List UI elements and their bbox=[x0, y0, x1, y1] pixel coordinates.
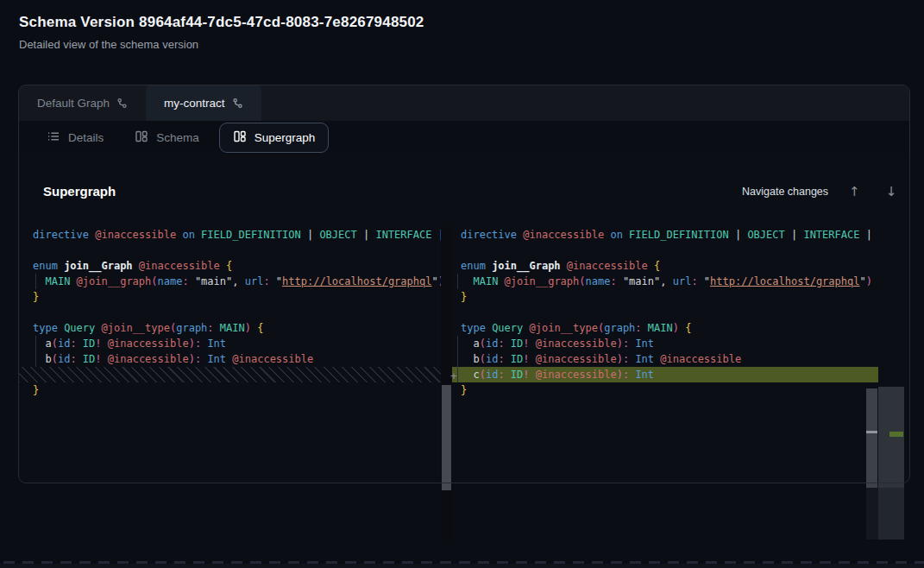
diff-placeholder-line bbox=[18, 367, 448, 382]
diff-editor-right[interactable]: directive @inaccessible on FIELD_DEFINIT… bbox=[452, 227, 878, 398]
navigate-changes-label: Navigate changes bbox=[742, 186, 828, 198]
schema-version-page: Schema Version 8964af44-7dc5-47cd-8083-7… bbox=[0, 0, 924, 568]
code-line: MAIN @join__graph(name: "main", url: "ht… bbox=[18, 274, 448, 289]
navigate-up-button[interactable]: ↑ bbox=[844, 182, 865, 201]
tab-my-contract[interactable]: my-contract bbox=[146, 85, 261, 121]
code-line: } bbox=[452, 289, 878, 305]
list-icon bbox=[47, 129, 60, 146]
subtab-label: Supergraph bbox=[255, 131, 316, 144]
code-line: b(id: ID! @inaccessible): Int @inaccessi… bbox=[452, 351, 878, 367]
diff-added-marker: + bbox=[450, 369, 457, 384]
code-line: enum join__Graph @inaccessible { bbox=[18, 258, 448, 274]
minimap-code-mark bbox=[866, 431, 877, 433]
code-line: a(id: ID! @inaccessible): Int bbox=[452, 336, 878, 351]
bottom-strip bbox=[0, 564, 924, 568]
tab-label: my-contract bbox=[164, 97, 225, 110]
tab-label: Default Graph bbox=[37, 97, 110, 110]
code-line bbox=[18, 243, 448, 258]
tab-default-graph[interactable]: Default Graph bbox=[19, 85, 146, 121]
subtab-label: Schema bbox=[156, 131, 199, 144]
subtab-label: Details bbox=[68, 131, 104, 144]
minimap-track bbox=[878, 488, 904, 540]
diff-editor-left[interactable]: directive @inaccessible on FIELD_DEFINIT… bbox=[18, 227, 448, 398]
subtab-supergraph[interactable]: Supergraph bbox=[219, 123, 330, 153]
code-line: } bbox=[18, 382, 448, 398]
section-title: Supergraph bbox=[43, 184, 116, 199]
navigate-changes-controls: Navigate changes ↑ ↓ bbox=[742, 182, 902, 201]
code-line bbox=[452, 243, 878, 258]
code-line: type Query @join__type(graph: MAIN) { bbox=[452, 320, 878, 336]
code-line bbox=[18, 305, 448, 320]
code-line: directive @inaccessible on FIELD_DEFINIT… bbox=[452, 227, 878, 243]
graph-tabbar: Default Graph my-contract bbox=[19, 85, 909, 121]
code-line: MAIN @join__graph(name: "main", url: "ht… bbox=[452, 274, 878, 289]
code-line bbox=[452, 305, 878, 320]
subtab-schema[interactable]: Schema bbox=[123, 123, 211, 152]
navigate-down-button[interactable]: ↓ bbox=[881, 182, 902, 201]
bottom-dashed-edge bbox=[3, 561, 924, 564]
code-line: b(id: ID! @inaccessible): Int @inaccessi… bbox=[18, 351, 448, 367]
code-line: } bbox=[452, 382, 878, 398]
panels-icon bbox=[233, 129, 247, 146]
code-line: a(id: ID! @inaccessible): Int bbox=[18, 336, 448, 351]
left-editor-scrollbar[interactable] bbox=[442, 385, 451, 490]
fork-icon bbox=[116, 98, 128, 109]
code-line: } bbox=[18, 289, 448, 305]
code-line: type Query @join__type(graph: MAIN) { bbox=[18, 320, 448, 336]
right-editor-scrollbar[interactable] bbox=[866, 388, 877, 488]
page-subtitle: Detailed view of the schema version bbox=[19, 38, 198, 51]
code-line: enum join__Graph @inaccessible { bbox=[452, 258, 878, 274]
subtab-details[interactable]: Details bbox=[35, 123, 115, 152]
fork-icon bbox=[232, 98, 243, 109]
code-line: directive @inaccessible on FIELD_DEFINIT… bbox=[18, 227, 448, 243]
page-title: Schema Version 8964af44-7dc5-47cd-8083-7… bbox=[19, 14, 424, 31]
right-scrollbar-track bbox=[866, 483, 878, 540]
minimap-slider[interactable] bbox=[878, 387, 904, 488]
added-code-line: c(id: ID! @inaccessible): Int bbox=[452, 367, 878, 382]
panels-icon bbox=[135, 129, 148, 146]
view-subtabbar: Details Schema Supergraph bbox=[19, 121, 909, 154]
minimap-added-mark bbox=[889, 432, 903, 437]
